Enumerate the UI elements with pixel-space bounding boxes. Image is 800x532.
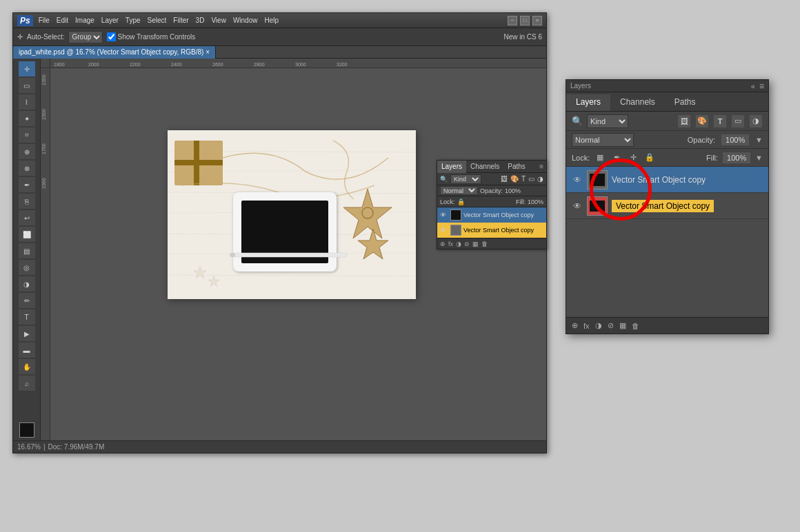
lpb-lock-all[interactable]: 🔒 [643,152,656,164]
lps-layer-row-1[interactable]: 👁 Vector Smart Object copy [437,207,546,223]
menu-type[interactable]: Type [126,17,141,24]
document-tab[interactable]: ipad_white.psd @ 16.7% (Vector Smart Obj… [13,46,216,59]
type-tool[interactable]: T [19,309,35,325]
menu-window[interactable]: Window [233,17,258,24]
lpb-layer-row-2[interactable]: 👁 Vector Smart Object copy [566,193,768,219]
lpb-lock-position[interactable]: ✒ [610,152,623,164]
minimize-button[interactable]: − [508,16,517,25]
lpb-collapse-icon[interactable]: « [751,82,755,90]
menu-bar[interactable]: File Edit Image Layer Type Select Filter… [39,17,508,24]
svg-text:3000: 3000 [295,62,306,67]
lps-link-icon[interactable]: ⊕ [440,241,446,247]
lps-opacity-value: 100% [505,187,521,194]
lpb-fill-dropdown[interactable]: ▼ [755,154,763,162]
lpb-tab-layers[interactable]: Layers [566,94,610,111]
lpb-link-btn[interactable]: ⊕ [572,321,578,330]
lpb-mask-btn[interactable]: ⊘ [608,321,614,330]
menu-image[interactable]: Image [75,17,94,24]
lpb-fx-btn[interactable]: fx [583,322,590,330]
dodge-tool[interactable]: ◑ [19,276,35,291]
lpb-kind-select[interactable]: Kind [587,114,628,128]
close-button[interactable]: × [532,16,542,25]
lps-mask-icon[interactable]: ⊘ [464,241,470,247]
lps-eye-2[interactable]: 👁 [440,227,448,234]
menu-3d[interactable]: 3D [196,17,205,24]
menu-layer[interactable]: Layer [101,17,119,24]
brush-tool[interactable]: ✒ [19,177,35,192]
selection-tool[interactable]: ▭ [19,78,35,93]
lps-group-icon[interactable]: ▦ [472,241,479,247]
eyedropper-tool[interactable]: ⊕ [19,144,35,159]
lpb-eye-1[interactable]: 👁 [572,175,583,185]
lpb-fill-input[interactable] [722,152,751,164]
lpb-filter-shape[interactable]: ▭ [731,114,745,128]
lps-icon-adjust[interactable]: ◑ [537,175,543,183]
menu-filter[interactable]: Filter [173,17,188,24]
zoom-tool[interactable]: ⌕ [19,376,35,391]
lpb-filter-img[interactable]: 🖼 [677,114,691,128]
show-transform-checkbox[interactable] [107,32,116,41]
lpb-tab-channels[interactable]: Channels [610,94,665,111]
lpb-layer-row-1[interactable]: 👁 Vector Smart Object copy [566,167,768,193]
lps-blend-select[interactable]: Normal [440,186,478,195]
lps-icon-type[interactable]: T [521,175,526,183]
gradient-tool[interactable]: ▤ [19,243,35,258]
lpb-group-btn[interactable]: ▦ [619,321,626,330]
history-tool[interactable]: ↩ [19,210,35,225]
hand-tool[interactable]: ✋ [19,359,35,374]
lps-lock-label: Lock: [440,198,455,205]
lpb-opacity-dropdown[interactable]: ▼ [755,136,763,144]
foreground-color[interactable] [19,422,34,438]
lps-delete-icon[interactable]: 🗑 [481,241,488,247]
lps-panel-menu[interactable]: ≡ [539,163,546,170]
eraser-tool[interactable]: ⬜ [19,227,35,242]
lpb-lock-move[interactable]: ✛ [627,152,639,164]
lps-lock-icon[interactable]: 🔒 [457,198,465,205]
pen-tool[interactable]: ✏ [19,293,35,308]
wand-tool[interactable]: ✦ [19,111,35,126]
lps-icon-img[interactable]: 🖼 [501,175,508,183]
lps-adjust-icon[interactable]: ◑ [456,241,461,247]
lps-eye-1[interactable]: 👁 [440,212,448,218]
lpb-blend-select[interactable]: Normal Multiply Screen Overlay [572,133,634,147]
options-bar: ✛ Auto-Select: Group Layer Show Transfor… [13,28,546,46]
lps-kind-select[interactable]: Kind [450,174,481,184]
menu-help[interactable]: Help [264,17,279,24]
svg-line-9 [41,68,50,447]
lps-icon-shape[interactable]: ▭ [528,175,534,183]
lps-lock-row: Lock: 🔒 Fill: 100% [437,196,546,207]
menu-edit[interactable]: Edit [57,17,68,24]
lpb-opacity-input[interactable] [721,134,750,146]
lps-tab-paths[interactable]: Paths [503,161,530,173]
shape-tool[interactable]: ▬ [19,342,35,358]
clone-tool[interactable]: ⎘ [19,194,35,209]
lasso-tool[interactable]: ⌇ [19,94,35,110]
menu-select[interactable]: Select [148,17,167,24]
lps-tab-channels[interactable]: Channels [466,161,503,173]
lps-icon-color[interactable]: 🎨 [510,175,519,183]
crop-tool[interactable]: ⌗ [19,127,35,143]
lpb-filter-color[interactable]: 🎨 [695,114,709,128]
lpb-delete-btn[interactable]: 🗑 [632,322,639,330]
maximize-button[interactable]: □ [520,16,530,25]
lpb-panel-menu-icon[interactable]: ≡ [759,81,764,91]
lps-fx-icon[interactable]: fx [448,241,453,247]
ps-logo: Ps [17,15,33,26]
menu-view[interactable]: View [211,17,226,24]
lpb-lock-pixels[interactable]: ▦ [594,152,606,164]
lpb-filter-smart[interactable]: ◑ [749,114,763,128]
auto-select-dropdown[interactable]: Group Layer [68,31,103,43]
lps-layer-row-2[interactable]: 👁 Vector Smart Object copy [437,223,546,238]
menu-file[interactable]: File [39,17,50,24]
show-transform-label[interactable]: Show Transform Controls [107,32,195,41]
lpb-tab-paths[interactable]: Paths [665,94,706,111]
lpb-filter-type[interactable]: T [713,114,727,128]
lps-tab-layers[interactable]: Layers [437,161,466,173]
lpb-fill-btn[interactable]: ◑ [595,321,602,330]
path-select-tool[interactable]: ▶ [19,326,35,341]
move-tool[interactable]: ✛ [19,61,35,76]
blur-tool[interactable]: ◎ [19,260,35,275]
layers-panel-small: Layers Channels Paths ≡ 🔍 Kind 🖼 🎨 T ▭ ◑… [437,160,547,249]
heal-tool[interactable]: ⊗ [19,161,35,176]
lpb-eye-2[interactable]: 👁 [572,201,583,211]
